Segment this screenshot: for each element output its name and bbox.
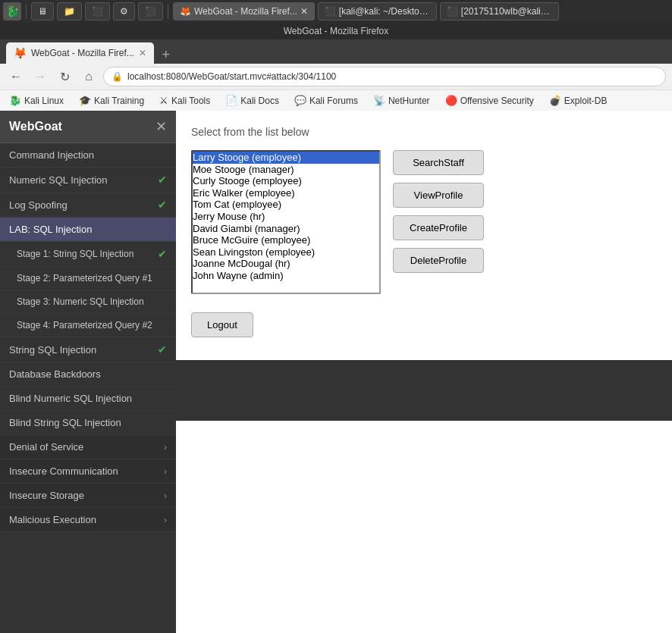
- dark-area: [176, 360, 672, 421]
- bookmark-kali-forums-label: Kali Forums: [309, 96, 358, 106]
- terminal3-taskbar-btn[interactable]: ⬛ [kali@kali: ~/Desktop/w...: [318, 2, 437, 20]
- settings-taskbar-btn[interactable]: ⚙: [113, 2, 135, 20]
- new-tab-button[interactable]: +: [157, 45, 175, 64]
- sidebar-label-malicious-execution: Malicious Execution: [9, 514, 96, 525]
- staff-option-5[interactable]: Jerry Mouse (hr): [193, 211, 379, 223]
- staff-option-10[interactable]: John Wayne (admin): [193, 270, 379, 282]
- url-lock-icon: 🔒: [111, 71, 123, 82]
- check-icon-numeric-sql: ✔: [158, 174, 167, 186]
- sidebar-label-insecure-storage: Insecure Storage: [9, 490, 84, 501]
- window-title: WebGoat - Mozilla Firefox: [284, 26, 389, 36]
- sidebar-item-command-injection[interactable]: Command Injection: [0, 143, 176, 168]
- bookmark-nethunter-label: NetHunter: [388, 96, 430, 106]
- back-button[interactable]: ←: [6, 67, 26, 86]
- browser-body: WebGoat ✕ Command Injection Numeric SQL …: [0, 111, 672, 633]
- browser-window: WebGoat - Mozilla Firefox 🦊 WebGoat - Mo…: [0, 23, 672, 111]
- bookmark-nethunter[interactable]: 📡 NetHunter: [370, 93, 433, 108]
- terminal-taskbar-btn[interactable]: 🖥: [31, 2, 54, 20]
- create-profile-button[interactable]: CreateProfile: [393, 215, 484, 240]
- view-profile-button[interactable]: ViewProfile: [393, 183, 484, 208]
- bookmarks-bar: 🐉 Kali Linux 🎓 Kali Training ⚔ Kali Tool…: [0, 89, 672, 111]
- logout-button[interactable]: Logout: [191, 312, 253, 337]
- bookmark-kali-forums[interactable]: 💬 Kali Forums: [291, 93, 361, 108]
- sidebar-item-malicious-execution[interactable]: Malicious Execution ›: [0, 508, 176, 532]
- staff-option-7[interactable]: Bruce McGuire (employee): [193, 234, 379, 246]
- taskbar-separator: [26, 4, 27, 19]
- staff-listbox[interactable]: Larry Stooge (employee) Moe Stooge (mana…: [191, 150, 381, 294]
- sidebar-title: WebGoat: [9, 120, 62, 133]
- staff-option-9[interactable]: Joanne McDougal (hr): [193, 258, 379, 270]
- sidebar-item-denial-of-service[interactable]: Denial of Service ›: [0, 435, 176, 459]
- sidebar-item-string-sql-injection[interactable]: String SQL Injection ✔: [0, 337, 176, 362]
- extra-taskbar-btn[interactable]: ⬛: [138, 2, 163, 20]
- kali-tools-bm-icon: ⚔: [159, 95, 168, 106]
- bookmark-offensive-security[interactable]: 🔴 Offensive Security: [442, 93, 537, 108]
- webgoat-tab-label: WebGoat - Mozilla Firef...: [31, 48, 134, 58]
- sidebar-header: WebGoat ✕: [0, 111, 176, 143]
- sidebar-item-blind-numeric-sql[interactable]: Blind Numeric SQL Injection: [0, 387, 176, 411]
- forward-button[interactable]: →: [30, 67, 50, 86]
- staff-option-3[interactable]: Eric Walker (employee): [193, 187, 379, 199]
- url-bar[interactable]: 🔒 localhost:8080/WebGoat/start.mvc#attac…: [103, 67, 666, 86]
- staff-option-8[interactable]: Sean Livingston (employee): [193, 246, 379, 259]
- url-text: localhost:8080/WebGoat/start.mvc#attack/…: [127, 71, 336, 82]
- sidebar-item-stage3[interactable]: Stage 3: Numeric SQL Injection: [0, 290, 176, 314]
- taskbar-separator2: [168, 4, 168, 19]
- bookmark-kali-linux[interactable]: 🐉 Kali Linux: [6, 93, 67, 108]
- browser-tab-webgoat[interactable]: 🦊 WebGoat - Mozilla Firef... ✕: [6, 42, 154, 64]
- staff-option-6[interactable]: David Giambi (manager): [193, 223, 379, 235]
- bookmark-kali-docs-label: Kali Docs: [240, 96, 279, 106]
- search-staff-button[interactable]: SearchStaff: [393, 150, 484, 175]
- chevron-insecure-storage: ›: [164, 490, 167, 501]
- reload-button[interactable]: ↻: [55, 67, 74, 86]
- tab-bar: 🦊 WebGoat - Mozilla Firef... ✕ +: [0, 39, 672, 64]
- sidebar-label-stage3: Stage 3: Numeric SQL Injection: [17, 296, 144, 307]
- bookmark-offensive-security-label: Offensive Security: [460, 96, 534, 106]
- files-taskbar-btn[interactable]: 📁: [57, 2, 82, 20]
- close-webgoat-tab[interactable]: ✕: [139, 48, 146, 58]
- title-bar: WebGoat - Mozilla Firefox: [0, 23, 672, 39]
- sidebar-label-blind-numeric-sql: Blind Numeric SQL Injection: [9, 393, 132, 404]
- bookmark-kali-docs[interactable]: 📄 Kali Docs: [222, 93, 282, 108]
- action-buttons-col: SearchStaff ViewProfile CreateProfile De…: [393, 150, 484, 273]
- home-button[interactable]: ⌂: [79, 67, 99, 86]
- sidebar-item-numeric-sql-injection[interactable]: Numeric SQL Injection ✔: [0, 168, 176, 193]
- offensive-security-bm-icon: 🔴: [445, 95, 457, 106]
- sidebar-item-log-spoofing[interactable]: Log Spoofing ✔: [0, 193, 176, 218]
- sidebar-label-stage1: Stage 1: String SQL Injection: [17, 249, 133, 259]
- check-icon-stage1: ✔: [158, 248, 167, 260]
- staff-option-1[interactable]: Moe Stooge (manager): [193, 164, 379, 176]
- sidebar-item-lab-sql-injection[interactable]: LAB: SQL Injection: [0, 218, 176, 242]
- sidebar-label-log-spoofing: Log Spoofing: [9, 199, 68, 211]
- sidebar-close-button[interactable]: ✕: [155, 118, 167, 135]
- staff-option-4[interactable]: Tom Cat (employee): [193, 199, 379, 211]
- sidebar-item-insecure-storage[interactable]: Insecure Storage ›: [0, 484, 176, 508]
- bookmark-kali-tools[interactable]: ⚔ Kali Tools: [156, 93, 213, 108]
- bookmark-kali-training[interactable]: 🎓 Kali Training: [76, 93, 147, 108]
- exploit-db-bm-icon: 💣: [549, 95, 561, 106]
- sidebar-item-database-backdoors[interactable]: Database Backdoors: [0, 362, 176, 387]
- sidebar-item-stage2[interactable]: Stage 2: Parameterized Query #1: [0, 267, 176, 290]
- sidebar-item-blind-string-sql[interactable]: Blind String SQL Injection: [0, 411, 176, 435]
- sidebar-item-insecure-communication[interactable]: Insecure Communication ›: [0, 459, 176, 484]
- terminal4-taskbar-btn[interactable]: ⬛ [20175110wlb@kali: /ho...: [440, 2, 559, 20]
- staff-option-0[interactable]: Larry Stooge (employee): [193, 152, 379, 164]
- sidebar-label-stage4: Stage 4: Parameterized Query #2: [17, 320, 152, 331]
- firefox-taskbar-btn[interactable]: 🦊 WebGoat - Mozilla Firef... ✕: [173, 2, 315, 20]
- terminal3-label: [kali@kali: ~/Desktop/w...: [339, 6, 430, 17]
- sidebar-item-stage4[interactable]: Stage 4: Parameterized Query #2: [0, 314, 176, 337]
- bookmark-kali-training-label: Kali Training: [94, 96, 144, 106]
- terminal2-taskbar-btn[interactable]: ⬛: [85, 2, 110, 20]
- sidebar-label-lab-sql-injection: LAB: SQL Injection: [9, 224, 92, 235]
- nav-bar: ← → ↻ ⌂ 🔒 localhost:8080/WebGoat/start.m…: [0, 64, 672, 89]
- firefox-tab-label: WebGoat - Mozilla Firef...: [194, 6, 297, 17]
- check-icon-string-sql: ✔: [158, 343, 167, 356]
- delete-profile-button[interactable]: DeleteProfile: [393, 248, 484, 273]
- staff-option-2[interactable]: Curly Stooge (employee): [193, 175, 379, 187]
- sidebar-item-stage1[interactable]: Stage 1: String SQL Injection ✔: [0, 242, 176, 267]
- kali-dragon-icon[interactable]: 🐉: [3, 2, 21, 20]
- main-content: Select from the list below Larry Stooge …: [176, 111, 672, 633]
- bookmark-exploit-db[interactable]: 💣 Exploit-DB: [546, 93, 611, 108]
- check-icon-log-spoofing: ✔: [158, 199, 167, 211]
- kali-linux-bm-icon: 🐉: [9, 95, 21, 106]
